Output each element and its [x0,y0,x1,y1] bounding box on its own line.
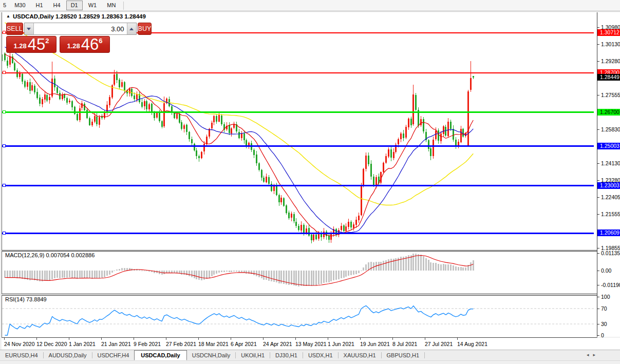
timeframe-button-H1[interactable]: H1 [31,1,48,10]
ask-price-box[interactable]: 1.28 46 6 [60,36,110,53]
toolbar-separator [123,2,124,10]
date-tick [166,338,166,340]
ask-prefix: 1.28 [67,42,80,50]
timeframe-button-5[interactable]: 5 [1,1,9,10]
chart-tab-xauusd-h1[interactable]: XAUUSD,H1 [339,350,381,360]
price-tick-label: 1.21555 [601,211,620,217]
chart-tab-audusd-daily[interactable]: AUDUSD,Daily [44,350,92,360]
sell-button[interactable]: SELL [6,23,23,35]
macd-scale-tick [597,285,599,285]
date-label: 24 Apr 2021 [263,341,292,347]
price-tick [597,180,599,181]
macd-scale-label: 0.01135 [601,250,620,256]
price-level-badge: 1.25003 [597,143,620,149]
date-tick [69,338,69,340]
ask-pip-digit: 6 [99,37,102,45]
tab-scroll-left-icon[interactable]: ◂ [587,352,593,357]
date-label: 1 Jun 2021 [328,341,354,347]
chart-tab-eurusd-h4[interactable]: EURUSD,H4 [0,350,43,360]
date-tick [4,338,5,340]
chevron-up-icon [129,28,134,30]
date-label: 8 Jul 2021 [392,341,417,347]
timeframe-button-W1[interactable]: W1 [84,1,102,10]
date-label: 1 Jan 2021 [69,341,96,347]
timeframe-toolbar: 5M30H1H4D1W1MN [0,0,620,11]
chart-tab-usdx-h1[interactable]: USDX,H1 [303,350,338,360]
price-tick-label: 1.22405 [601,194,620,200]
tab-separator [424,352,425,358]
price-tick-label: 1.29280 [601,58,620,64]
date-label: 27 Feb 2021 [166,341,196,347]
price-level-badge: 1.20609 [597,229,620,236]
date-tick [263,338,264,340]
date-label: 21 Jan 2021 [101,341,131,347]
date-tick [134,338,134,340]
macd-label: MACD(12,26,9) 0.007054 0.002886 [5,252,95,258]
bid-price-box[interactable]: 1.28 45 2 [6,36,57,53]
macd-value-main: 0.007054 [46,252,69,258]
hline-1.25003[interactable] [2,145,594,147]
chart-tab-usdcnh-daily[interactable]: USDCNH,Daily [187,350,236,360]
date-label: 12 Dec 2020 [36,341,67,347]
buy-button[interactable]: BUY [138,23,152,35]
price-level-badge: 1.28449 [597,74,620,81]
price-level-badge: 1.30712 [597,29,620,36]
price-tick-label: 1.30130 [601,41,620,47]
macd-scale-label: 0.00 [601,267,611,274]
rsi-indicator [2,296,597,336]
rsi-scale-label: 100 [601,294,610,300]
rsi-name: RSI(14) [5,296,25,302]
chart-symbol-label: USDCAD,Daily [13,13,54,20]
timeframe-button-D1[interactable]: D1 [66,1,83,10]
date-tick [392,338,393,340]
chart-tab-dj30-h1[interactable]: DJ30,H1 [270,350,303,360]
tab-scroll-arrows: ◂▸ [587,352,599,357]
ask-big-digits: 46 [81,38,99,51]
volume-increase-button[interactable] [127,23,136,34]
rsi-value: 73.8849 [26,296,47,302]
timeframe-button-M30[interactable]: M30 [10,1,30,10]
chevron-down-icon [27,28,31,30]
price-tick [597,61,599,62]
hline-1.287[interactable] [2,71,594,74]
volume-decrease-button[interactable] [25,23,34,34]
tab-scroll-right-icon[interactable]: ▸ [593,352,599,357]
price-tick-label: 1.25830 [601,126,620,132]
hline-1.20609[interactable] [2,232,594,235]
date-label: 24 Nov 2020 [4,341,35,347]
date-label: 9 Feb 2021 [134,341,161,347]
chart-tab-ukoil-h1[interactable]: UKOil,H1 [236,350,270,360]
date-tick [231,338,231,340]
chart-ohlc-values: 1.28520 1.28529 1.28363 1.28449 [55,13,146,20]
date-tick [295,338,296,340]
ma-fast-line [5,54,474,236]
timeframe-button-MN[interactable]: MN [102,1,120,10]
bid-pip-digit: 2 [45,37,49,45]
date-tick [360,338,361,340]
timeframe-button-H4[interactable]: H4 [49,1,65,10]
chart-title: ▲USDCAD,Daily 1.28520 1.28529 1.28363 1.… [6,13,146,20]
price-tick [597,95,599,95]
rsi-line [5,305,474,335]
macd-value-signal: 0.002886 [71,252,95,258]
volume-input[interactable] [34,23,127,34]
price-tick [597,129,599,130]
chart-tab-usdcad-daily[interactable]: USDCAD,Daily [134,350,186,360]
time-axis: 24 Nov 202012 Dec 20201 Jan 202121 Jan 2… [2,338,620,350]
chart-tab-usdchf-h4[interactable]: USDCHF,H4 [92,350,135,360]
date-label: 6 Apr 2021 [231,341,257,347]
ma-mid-line [5,47,474,233]
mt4-terminal: { "toolbar": {"timeframes": ["5","M30","… [0,0,620,364]
hline-1.23003[interactable] [2,184,594,187]
one-click-trading-widget: SELL BUY 1.28 45 2 1.28 46 6 [6,23,110,53]
price-tick [597,197,599,198]
hline-1.267[interactable] [2,111,594,113]
date-label: 14 Aug 2021 [457,341,487,347]
rsi-scale-tick [597,335,599,336]
chart-tab-gbpusd-h1[interactable]: GBPUSD,H1 [382,350,425,360]
rsi-scale-tick [597,309,599,309]
rsi-panel[interactable] [2,295,597,338]
collapse-triangle-icon[interactable]: ▲ [6,14,10,18]
date-tick [198,338,199,340]
date-tick [457,338,458,340]
